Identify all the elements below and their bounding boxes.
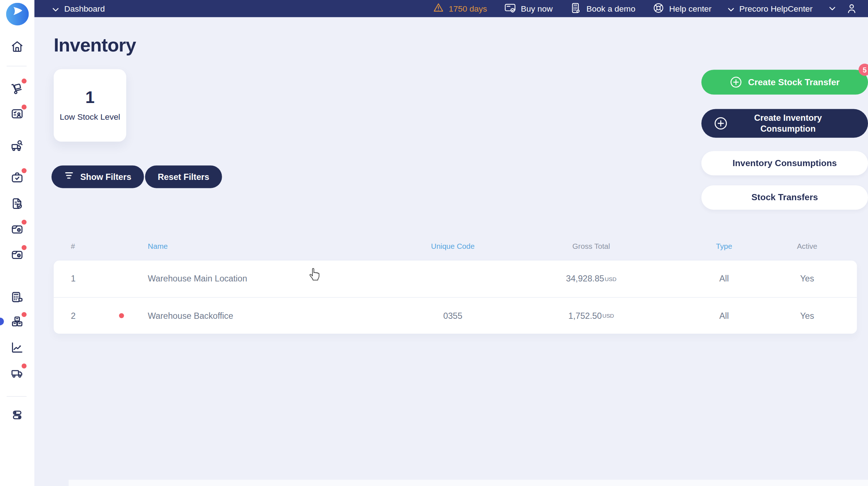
dashboard-label: Dashboard bbox=[64, 4, 105, 13]
stock-transfer-badge: 5 bbox=[859, 63, 868, 76]
reset-filters-label: Reset Filters bbox=[158, 172, 209, 182]
calculator-icon bbox=[569, 1, 582, 16]
topbar-right-group: 1750 days Buy now Book a demo Help cente… bbox=[432, 1, 858, 16]
sidebar-item-suppliers[interactable] bbox=[10, 139, 24, 153]
stock-transfers-button[interactable]: Stock Transfers bbox=[701, 185, 868, 210]
book-demo-label: Book a demo bbox=[586, 4, 635, 13]
low-stock-label: Low Stock Level bbox=[54, 111, 126, 123]
book-demo-button[interactable]: Book a demo bbox=[569, 1, 635, 16]
lifebuoy-icon bbox=[652, 1, 665, 16]
warehouse-table: 1 Warehouse Main Location 34,928.85USD A… bbox=[54, 261, 857, 334]
notification-dot bbox=[21, 104, 26, 110]
gross-total: 1,752.50USD bbox=[508, 311, 674, 321]
page-title: Inventory bbox=[54, 34, 136, 56]
table-row[interactable]: 2 Warehouse Backoffice 0355 1,752.50USD … bbox=[54, 297, 857, 334]
chevron-down-icon bbox=[728, 4, 734, 13]
reports-chart-icon bbox=[10, 340, 24, 355]
helpcenter-dropdown[interactable]: Precoro HelpCenter bbox=[728, 4, 813, 13]
supplier-truck-search-icon bbox=[10, 139, 24, 153]
table-header: # Name Unique Code Gross Total Type Acti… bbox=[54, 240, 857, 252]
sidebar-item-purchase-orders[interactable] bbox=[10, 170, 24, 185]
budget-calculator-icon bbox=[10, 290, 24, 304]
inventory-consumptions-label: Inventory Consumptions bbox=[733, 158, 837, 168]
sidebar-item-reports[interactable] bbox=[10, 340, 24, 355]
create-stock-transfer-button[interactable]: Create Stock Transfer 5 bbox=[701, 70, 868, 95]
notification-dot bbox=[21, 79, 26, 84]
active-flag: Yes bbox=[774, 274, 840, 284]
sidebar-item-requests[interactable] bbox=[10, 107, 24, 121]
create-stock-transfer-label: Create Stock Transfer bbox=[748, 77, 839, 87]
helpcenter-dropdown-label: Precoro HelpCenter bbox=[739, 4, 812, 13]
column-header-type[interactable]: Type bbox=[674, 242, 774, 250]
row-status-cell bbox=[95, 313, 148, 318]
bottom-strip bbox=[69, 479, 868, 486]
sidebar bbox=[0, 0, 34, 486]
create-inventory-consumption-label: Create Inventory Consumption bbox=[741, 112, 835, 134]
gross-total: 34,928.85USD bbox=[508, 274, 674, 284]
warehouse-type: All bbox=[674, 311, 774, 321]
document-check-icon bbox=[10, 197, 24, 211]
topbar: Dashboard 1750 days Buy now Book a demo bbox=[34, 0, 868, 17]
notification-dot bbox=[21, 245, 26, 250]
reset-filters-button[interactable]: Reset Filters bbox=[145, 165, 222, 188]
sidebar-item-credit-notes[interactable] bbox=[10, 247, 24, 262]
low-stock-dot bbox=[119, 313, 124, 318]
user-profile-button[interactable] bbox=[845, 2, 858, 15]
sidebar-item-procurement[interactable] bbox=[10, 81, 24, 95]
app-window: Dashboard 1750 days Buy now Book a demo bbox=[0, 0, 868, 486]
table-row[interactable]: 1 Warehouse Main Location 34,928.85USD A… bbox=[54, 261, 857, 297]
active-flag: Yes bbox=[774, 311, 840, 321]
sidebar-item-invoices[interactable] bbox=[10, 222, 24, 236]
sidebar-item-inventory[interactable] bbox=[10, 314, 24, 329]
notification-dot bbox=[21, 220, 26, 225]
chevron-down-icon bbox=[829, 7, 835, 11]
sidebar-divider bbox=[7, 396, 26, 397]
sidebar-item-home[interactable] bbox=[10, 39, 24, 54]
low-stock-count: 1 bbox=[85, 88, 94, 107]
warehouse-name: Warehouse Backoffice bbox=[148, 311, 397, 321]
notification-dot bbox=[21, 312, 26, 317]
home-icon bbox=[10, 39, 24, 54]
help-center-button[interactable]: Help center bbox=[652, 1, 712, 16]
help-center-label: Help center bbox=[669, 4, 712, 13]
notification-dot bbox=[21, 168, 26, 173]
column-header-num: # bbox=[54, 242, 95, 250]
column-header-active: Active bbox=[774, 242, 840, 250]
low-stock-card[interactable]: 1 Low Stock Level bbox=[54, 69, 126, 142]
user-menu-chevron[interactable] bbox=[829, 7, 835, 11]
column-header-gross-total: Gross Total bbox=[508, 242, 674, 250]
user-icon bbox=[845, 2, 858, 15]
buy-now-button[interactable]: Buy now bbox=[504, 1, 553, 16]
row-number: 2 bbox=[54, 311, 95, 321]
plus-circle-icon bbox=[730, 76, 742, 88]
active-item-indicator bbox=[0, 318, 4, 325]
unique-code: 0355 bbox=[397, 311, 508, 321]
stock-transfers-label: Stock Transfers bbox=[752, 193, 818, 202]
trial-countdown-label: 1750 days bbox=[449, 4, 487, 13]
warehouse-name: Warehouse Main Location bbox=[148, 274, 397, 284]
settings-toggles-icon bbox=[10, 408, 24, 422]
create-inventory-consumption-button[interactable]: Create Inventory Consumption bbox=[701, 109, 868, 138]
sidebar-item-deliveries[interactable] bbox=[10, 366, 24, 380]
row-number: 1 bbox=[54, 274, 95, 284]
notification-dot bbox=[21, 363, 26, 368]
credit-card-icon bbox=[504, 1, 516, 16]
buy-now-label: Buy now bbox=[521, 4, 553, 13]
warehouse-type: All bbox=[674, 274, 774, 284]
show-filters-button[interactable]: Show Filters bbox=[52, 165, 144, 188]
warning-triangle-icon bbox=[432, 2, 445, 16]
column-header-name[interactable]: Name bbox=[148, 242, 397, 250]
precoro-logo[interactable] bbox=[6, 3, 29, 26]
chevron-down-icon bbox=[53, 4, 59, 13]
main-content: Inventory 1 Low Stock Level Show Filters… bbox=[34, 17, 868, 486]
trial-countdown[interactable]: 1750 days bbox=[432, 2, 487, 16]
filter-icon bbox=[64, 170, 75, 183]
sidebar-item-settings[interactable] bbox=[10, 408, 24, 422]
inventory-consumptions-button[interactable]: Inventory Consumptions bbox=[701, 151, 868, 175]
plus-circle-icon bbox=[713, 116, 728, 131]
dashboard-dropdown[interactable]: Dashboard bbox=[53, 4, 105, 13]
column-header-unique-code[interactable]: Unique Code bbox=[397, 242, 508, 250]
show-filters-label: Show Filters bbox=[80, 172, 131, 182]
sidebar-item-budgets[interactable] bbox=[10, 290, 24, 304]
sidebar-item-receipts[interactable] bbox=[10, 197, 24, 211]
